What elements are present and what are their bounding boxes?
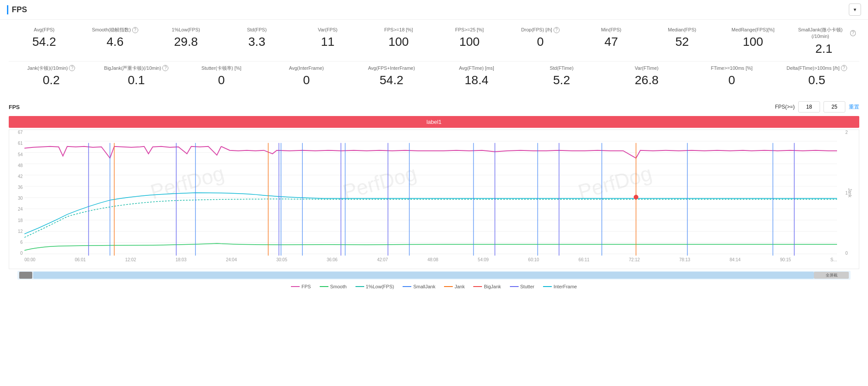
- metric-stutter: Stutter(卡顿率) [%] 0: [179, 63, 264, 89]
- metric-smooth-value: 4.6: [83, 35, 147, 49]
- metric-std-fps-value: 3.3: [225, 35, 289, 49]
- metric-1pct-low-value: 29.8: [154, 35, 218, 49]
- metric-smooth: Smooth(稳帧指数) ? 4.6: [80, 25, 151, 51]
- scrollbar-thumb[interactable]: [19, 272, 32, 279]
- header: FPS ▾: [0, 0, 868, 20]
- metric-medrange-fps-value: 100: [721, 35, 785, 49]
- reset-button[interactable]: 重置: [849, 103, 859, 111]
- jank-legend-label: Jank: [455, 284, 465, 289]
- legend-stutter: Stutter: [510, 284, 534, 289]
- metric-median-fps: Median(FPS) 52: [647, 25, 718, 51]
- y-right-label: Jank: [847, 188, 852, 198]
- metric-min-fps: Min(FPS) 47: [576, 25, 647, 51]
- metric-var-fps-label: Var(FPS): [296, 27, 360, 33]
- metric-smalljank-value: 2.1: [792, 42, 856, 56]
- smooth-help-icon[interactable]: ?: [132, 27, 138, 33]
- bigjank-help-icon[interactable]: ?: [162, 65, 168, 71]
- metric-avg-fps-label: Avg(FPS): [12, 27, 76, 33]
- plot-area: PerfDog PerfDog PerfDog: [24, 130, 837, 256]
- metric-median-fps-label: Median(FPS): [650, 27, 714, 33]
- metric-min-fps-value: 47: [579, 35, 643, 49]
- metric-jank-value: 0.2: [12, 73, 90, 87]
- metric-bigjank-value: 0.1: [97, 73, 175, 87]
- 1pct-low-legend-line: [355, 286, 364, 287]
- metric-drop-fps: Drop(FPS) [/h] ? 0: [505, 25, 576, 51]
- metric-median-fps-value: 52: [650, 35, 714, 49]
- metric-var-ftime-label: Var(FTime): [608, 65, 686, 72]
- metric-delta-ftime: Delta(FTime)>100ms [/h] ? 0.5: [774, 63, 859, 89]
- metric-avg-fps-interframe-label: Avg(FPS+InterFrame): [352, 65, 431, 72]
- chart-container[interactable]: 67 61 54 48 42 36 30 24 18 12 6 0: [9, 130, 859, 269]
- collapse-button[interactable]: ▾: [849, 3, 861, 16]
- bigjank-legend-label: BigJank: [484, 284, 501, 289]
- metric-avg-interframe: Avg(InterFrame) 0: [264, 63, 349, 89]
- metric-1pct-low: 1%Low(FPS) 29.8: [150, 25, 222, 51]
- metric-std-ftime: Std(FTime) 5.2: [519, 63, 604, 89]
- metric-jank: Jank(卡顿)(/10min) ? 0.2: [9, 63, 94, 89]
- metric-stutter-value: 0: [182, 73, 260, 87]
- metric-fps18-label: FPS>=18 [%]: [367, 27, 431, 33]
- scrollbar-area[interactable]: 全屏截: [17, 271, 851, 280]
- smalljank-legend-label: SmallJank: [413, 284, 435, 289]
- metric-var-ftime: Var(FTime) 26.8: [604, 63, 689, 89]
- metrics-row-1: Avg(FPS) 54.2 Smooth(稳帧指数) ? 4.6 1%Low(F…: [9, 25, 859, 58]
- interframe-legend-label: InterFrame: [554, 284, 577, 289]
- delta-ftime-help-icon[interactable]: ?: [841, 65, 847, 71]
- 1pct-low-legend-label: 1%Low(FPS): [366, 284, 394, 289]
- metric-std-fps-label: Std(FPS): [225, 27, 289, 33]
- legend-smooth: Smooth: [320, 284, 347, 289]
- metric-fps25-label: FPS>=25 [%]: [437, 27, 502, 33]
- metric-std-ftime-label: Std(FTime): [523, 65, 601, 72]
- legend-smalljank: SmallJank: [403, 284, 435, 289]
- jank-help-icon[interactable]: ?: [69, 65, 75, 71]
- svg-point-28: [634, 195, 638, 199]
- metric-var-fps-value: 11: [296, 35, 360, 49]
- metric-fps18: FPS>=18 [%] 100: [363, 25, 434, 51]
- metric-ftime100: FTime>=100ms [%] 0: [689, 63, 774, 89]
- metric-delta-ftime-label: Delta(FTime)>100ms [/h] ?: [778, 65, 856, 72]
- legend-fps: FPS: [291, 284, 311, 289]
- main-container: FPS ▾ Avg(FPS) 54.2 Smooth(稳帧指数) ? 4.6 1…: [0, 0, 868, 295]
- metric-avg-ftime-value: 18.4: [437, 73, 516, 87]
- metric-avg-interframe-value: 0: [267, 73, 345, 87]
- metric-bigjank: BigJank(严重卡顿)(/10min) ? 0.1: [94, 63, 179, 89]
- chart-svg: PerfDog PerfDog PerfDog: [24, 130, 837, 256]
- fullscreen-label[interactable]: 全屏截: [826, 273, 837, 278]
- metric-medrange-fps-label: MedRange(FPS)[%]: [721, 27, 785, 33]
- metric-drop-fps-value: 0: [509, 35, 573, 49]
- metric-drop-fps-label: Drop(FPS) [/h] ?: [509, 27, 573, 33]
- label-bar: label1: [9, 116, 859, 128]
- interframe-legend-line: [543, 286, 552, 287]
- metric-jank-label: Jank(卡顿)(/10min) ?: [12, 65, 90, 72]
- metric-avg-interframe-label: Avg(InterFrame): [267, 65, 345, 72]
- metric-avg-fps-interframe: Avg(FPS+InterFrame) 54.2: [349, 63, 434, 89]
- metric-1pct-low-label: 1%Low(FPS): [154, 27, 218, 33]
- bigjank-legend-line: [473, 286, 482, 287]
- fps-threshold-18-input[interactable]: [798, 101, 820, 113]
- fps-legend-label: FPS: [301, 284, 311, 289]
- metric-std-ftime-value: 5.2: [523, 73, 601, 87]
- metric-smalljank: SmallJank(微小卡顿)(/10min) ? 2.1: [789, 25, 860, 58]
- stutter-legend-line: [510, 286, 519, 287]
- legend-interframe: InterFrame: [543, 284, 577, 289]
- smalljank-legend-line: [403, 286, 411, 287]
- metrics-divider: [9, 61, 859, 61]
- fps-filter: FPS(>=) 重置: [775, 101, 859, 113]
- smooth-legend-line: [320, 286, 328, 287]
- drop-fps-help-icon[interactable]: ?: [554, 27, 560, 33]
- svg-text:PerfDog: PerfDog: [340, 161, 419, 204]
- metric-avg-ftime-label: Avg(FTime) [ms]: [437, 65, 516, 72]
- chevron-down-icon: ▾: [854, 7, 856, 13]
- metric-delta-ftime-value: 0.5: [778, 73, 856, 87]
- legend-jank: Jank: [444, 284, 465, 289]
- metric-fps25-value: 100: [437, 35, 502, 49]
- metrics-row-2: Jank(卡顿)(/10min) ? 0.2 BigJank(严重卡顿)(/10…: [9, 63, 859, 89]
- metric-min-fps-label: Min(FPS): [579, 27, 643, 33]
- y-axis-left: 67 61 54 48 42 36 30 24 18 12 6 0: [9, 130, 24, 256]
- metric-var-ftime-value: 26.8: [608, 73, 686, 87]
- metric-fps18-value: 100: [367, 35, 431, 49]
- metric-avg-fps-value: 54.2: [12, 35, 76, 49]
- smalljank-help-icon[interactable]: ?: [850, 30, 856, 36]
- metric-avg-fps: Avg(FPS) 54.2: [9, 25, 80, 51]
- fps-threshold-25-input[interactable]: [824, 101, 845, 113]
